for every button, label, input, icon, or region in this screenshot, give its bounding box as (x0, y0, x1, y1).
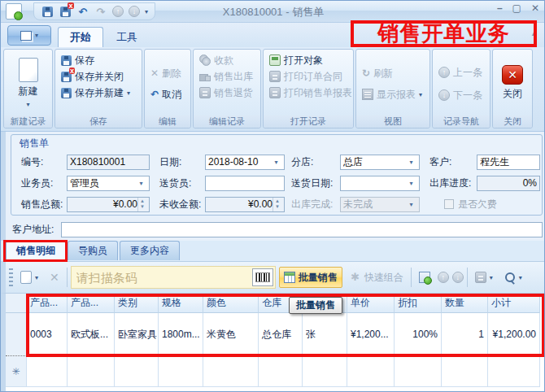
barcode-scan-box (71, 266, 276, 289)
tab-shopping-guide[interactable]: 导购员 (68, 241, 118, 260)
export-print-button[interactable]: ▾ (471, 267, 497, 288)
save-close-icon: x (61, 72, 72, 82)
group-new-record: 新建 ▾ 新建记录 (3, 49, 53, 128)
print-contract-button[interactable]: 打印订单合同 (267, 68, 351, 85)
new-cell[interactable] (115, 356, 159, 387)
spinner-icon[interactable]: ▲▼ (272, 198, 281, 211)
group-view: ↻ 刷新 显示报表 ▾ 视图 (355, 49, 430, 128)
new-cell[interactable] (27, 356, 68, 387)
annotation-stamp: 销售开单业务 (351, 20, 537, 47)
delete-button[interactable]: ✕ 删除 (148, 65, 189, 81)
search-button[interactable]: ▾ (500, 267, 526, 288)
save-and-new-button[interactable]: 保存并新建 ▾ (59, 85, 140, 101)
delete-row-button[interactable]: ✕ (46, 267, 63, 288)
sales-return-button[interactable]: 销售退货 (197, 85, 259, 101)
annotation-box-sales-detail-tab (3, 240, 68, 262)
previous-record-button[interactable]: ↑ 上一条 (436, 64, 488, 81)
new-button[interactable]: 新建 ▾ (4, 50, 52, 115)
barcode-button[interactable] (252, 268, 273, 286)
refresh-label: 刷新 (373, 67, 393, 81)
customer-field[interactable]: 程先生 (477, 155, 540, 170)
new-cell[interactable] (68, 356, 115, 387)
tab-start[interactable]: 开始 (58, 27, 103, 47)
group-label: 编辑 (145, 115, 190, 128)
move-row-down-icon[interactable]: ↓ (452, 272, 464, 283)
new-page-icon (19, 58, 38, 82)
group-record-navigation: ↑ 上一条 ↓ 下一条 记录导航 (432, 49, 490, 128)
close-button[interactable]: ✕ 关闭 (493, 50, 532, 115)
salesman-combo[interactable]: 管理员▾ (67, 176, 150, 191)
delivery-date-dropdown-icon[interactable]: ▾ (406, 177, 416, 189)
new-cell[interactable] (488, 356, 540, 387)
row-indicator[interactable] (6, 313, 27, 356)
toolbar-separator (67, 268, 68, 287)
sales-outbound-button[interactable]: 销售出库 (197, 68, 259, 85)
barcode-input[interactable] (72, 267, 252, 288)
order-form-panel: 销售单 编号: X180810001 日期: 2018-08-10▾ 分店: 总… (1, 132, 545, 241)
move-row-up-icon[interactable]: ↑ (438, 272, 449, 283)
tab-tools[interactable]: 工具 (105, 27, 149, 47)
batch-sale-table-icon (284, 272, 295, 283)
save-new-label: 保存并新建 (75, 86, 124, 100)
cancel-button[interactable]: ↶ 取消 (148, 86, 189, 102)
unreceived-amount-spinner[interactable]: ¥0.00▲▼ (205, 197, 285, 212)
grid-corner-cell[interactable] (6, 294, 27, 313)
receive-payment-button[interactable]: 收款 (197, 52, 259, 68)
batch-sale-tooltip: 批量销售 (289, 297, 342, 314)
spinner-icon[interactable]: ▲▼ (137, 198, 146, 211)
sales-order-groupbox: 销售单 编号: X180810001 日期: 2018-08-10▾ 分店: 总… (11, 134, 543, 216)
date-field[interactable]: 2018-08-10▾ (205, 155, 285, 170)
customer-address-field[interactable] (61, 222, 543, 237)
new-cell[interactable] (395, 356, 442, 387)
sales-outbound-label: 销售出库 (214, 70, 253, 84)
close-x-icon: ✕ (502, 65, 523, 85)
salesman-dropdown-icon[interactable]: ▾ (136, 177, 146, 189)
minimize-button[interactable]: – (497, 2, 503, 14)
branch-combo[interactable]: 总店▾ (340, 155, 420, 170)
add-row-button[interactable]: ▾ (16, 267, 42, 288)
bill-no-label: 编号: (16, 155, 67, 169)
new-cell[interactable] (203, 356, 259, 387)
branch-dropdown-icon[interactable]: ▾ (406, 156, 416, 168)
group-label: 关闭 (493, 115, 532, 128)
new-cell[interactable] (442, 356, 488, 387)
printer-icon (269, 71, 281, 82)
batch-sale-button[interactable]: 批量销售 (279, 267, 342, 288)
printer-icon (269, 87, 281, 98)
new-cell[interactable] (259, 356, 303, 387)
receive-payment-label: 收款 (214, 54, 233, 68)
print-sales-report-button[interactable]: 打印销售单报表 (267, 85, 351, 101)
bill-no-field[interactable]: X180810001 (67, 155, 150, 170)
app-menu-button[interactable]: ▾ (7, 25, 51, 46)
new-cell[interactable] (159, 356, 203, 387)
outbound-done-label: 出库完成: (291, 198, 340, 211)
branch-label: 分店: (291, 155, 340, 169)
date-dropdown-icon[interactable]: ▾ (271, 156, 281, 168)
quick-combo-button[interactable]: ✱ 快速组合 (346, 267, 408, 288)
refresh-button[interactable]: ↻ 刷新 (360, 65, 428, 81)
tab-more-content[interactable]: 更多内容 (120, 241, 180, 260)
report-icon (362, 89, 373, 100)
close-label: 关闭 (503, 87, 522, 101)
save-button[interactable]: 保存 (59, 52, 140, 68)
grid-new-row[interactable]: ✳ (6, 356, 545, 387)
open-detail-form-button[interactable] (415, 267, 434, 288)
delivery-date-combo[interactable]: ▾ (340, 176, 420, 191)
new-row-marker-icon: ✳ (6, 356, 27, 387)
save-and-close-button[interactable]: x 保存并关闭 (59, 68, 140, 85)
new-cell[interactable] (347, 356, 395, 387)
gears-icon: ✱ (350, 272, 361, 283)
barcode-icon (255, 272, 270, 282)
open-object-button[interactable]: 打开对象 (267, 52, 351, 68)
show-report-button[interactable]: 显示报表 ▾ (360, 86, 428, 102)
new-cell[interactable] (303, 356, 347, 387)
close-window-button[interactable]: ✕ (531, 2, 539, 14)
toolbar-grip[interactable] (9, 268, 13, 286)
total-amount-spinner[interactable]: ¥0.00▲▼ (67, 197, 150, 212)
owe-fee-checkbox[interactable] (444, 199, 454, 209)
next-record-button[interactable]: ↓ 下一条 (436, 87, 488, 103)
deliveryman-field[interactable] (205, 176, 285, 191)
maximize-button[interactable]: ▢ (512, 2, 521, 14)
cancel-undo-icon: ↶ (150, 89, 159, 100)
group-label: 新建记录 (4, 115, 52, 128)
